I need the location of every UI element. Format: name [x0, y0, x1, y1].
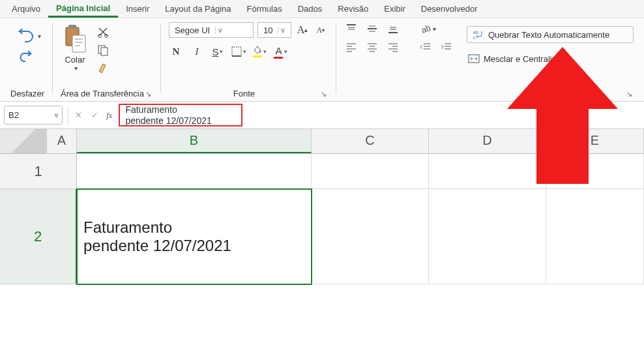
- align-top-button[interactable]: [344, 22, 359, 35]
- redo-button[interactable]: [18, 50, 37, 64]
- fx-button[interactable]: fx: [106, 110, 112, 121]
- tab-formulas[interactable]: Fórmulas: [239, 1, 290, 16]
- underline-button[interactable]: S▾: [211, 44, 225, 59]
- group-wrap-merge: abc Quebrar Texto Automaticamente Mescla…: [460, 20, 640, 100]
- wrap-text-icon: abc: [473, 29, 484, 40]
- select-all-corner[interactable]: [0, 129, 47, 153]
- col-header-E[interactable]: E: [546, 129, 644, 153]
- cut-button[interactable]: [96, 25, 110, 39]
- format-painter-button[interactable]: [96, 61, 110, 76]
- cell-D2[interactable]: [429, 189, 546, 284]
- font-launcher[interactable]: ↘: [319, 90, 328, 98]
- chevron-down-icon: v: [55, 112, 58, 119]
- cell-E2[interactable]: [546, 189, 644, 284]
- font-name-value: Segoe UI: [169, 24, 215, 37]
- undo-button[interactable]: ▾: [13, 27, 42, 44]
- col-header-D[interactable]: D: [429, 129, 546, 153]
- increase-indent-button[interactable]: [439, 40, 454, 53]
- group-label-font: Fonte: [169, 89, 319, 98]
- chevron-down-icon: ▾: [569, 55, 572, 63]
- menu-bar: Arquivo Página Inicial Inserir Layout da…: [0, 0, 644, 18]
- borders-button[interactable]: ▾: [231, 44, 246, 59]
- fill-color-button[interactable]: ▾: [253, 44, 267, 59]
- group-clipboard: Colar ▾ Área de Transferência↘: [54, 20, 159, 100]
- group-label-clipboard: Área de Transferência: [61, 89, 144, 98]
- font-size-value: 10: [258, 24, 278, 37]
- group-label-undo: Desfazer: [10, 89, 44, 98]
- svg-rect-10: [232, 47, 241, 56]
- svg-rect-9: [101, 48, 108, 55]
- chevron-down-icon: ▾: [38, 33, 41, 40]
- cell-E1[interactable]: [546, 154, 644, 189]
- col-header-A[interactable]: A: [47, 129, 77, 153]
- cancel-formula-button[interactable]: ✕: [74, 109, 83, 121]
- cell-B2[interactable]: Faturamento pendente 12/07/2021: [77, 189, 312, 284]
- tab-arquivo[interactable]: Arquivo: [4, 1, 48, 16]
- paste-label: Colar: [65, 55, 85, 65]
- svg-rect-1: [68, 25, 76, 29]
- tab-exibir[interactable]: Exibir: [376, 1, 413, 16]
- svg-text:ab: ab: [473, 30, 478, 35]
- group-undo: ▾ Desfazer: [4, 20, 51, 100]
- svg-text:ab: ab: [420, 23, 432, 34]
- column-headers: A B C D E: [0, 129, 644, 154]
- copy-button[interactable]: [96, 43, 110, 57]
- tab-layout[interactable]: Layout da Página: [157, 1, 239, 16]
- name-box[interactable]: B2 v: [4, 106, 63, 125]
- cell-C2[interactable]: [312, 189, 429, 284]
- alignment-launcher[interactable]: ↘: [625, 90, 634, 98]
- svg-rect-42: [469, 55, 479, 63]
- cell-B2-line2: pendente 12/07/2021: [83, 237, 231, 255]
- cell-B2-line1: Faturamento: [83, 218, 231, 237]
- align-right-button[interactable]: [386, 40, 400, 53]
- increase-font-button[interactable]: A▴: [295, 23, 310, 37]
- paste-dropdown[interactable]: ▾: [74, 65, 78, 72]
- bold-button[interactable]: N: [169, 44, 183, 59]
- align-middle-button[interactable]: [365, 22, 379, 35]
- orientation-button[interactable]: ab▾: [418, 22, 437, 35]
- tab-pagina-inicial[interactable]: Página Inicial: [48, 1, 118, 18]
- wrap-text-label: Quebrar Texto Automaticamente: [488, 30, 609, 40]
- merge-center-button[interactable]: Mesclar e Centralizar ▾: [467, 52, 634, 65]
- row-header-1[interactable]: 1: [0, 154, 77, 189]
- align-left-button[interactable]: [344, 40, 359, 53]
- font-name-combo[interactable]: Segoe UI v: [169, 22, 254, 38]
- align-bottom-button[interactable]: [386, 22, 400, 35]
- ribbon: ▾ Desfazer: [0, 18, 644, 102]
- cell-D1[interactable]: [429, 154, 546, 189]
- decrease-indent-button[interactable]: [418, 40, 433, 53]
- paste-button[interactable]: [61, 22, 89, 55]
- group-font: Segoe UI v 10 v A▴ A▾ N I S▾ ▾: [162, 20, 334, 100]
- spreadsheet: A B C D E 1 2 Faturamento pendente 12/07…: [0, 129, 644, 284]
- font-size-combo[interactable]: 10 v: [257, 22, 291, 38]
- accept-formula-button[interactable]: ✓: [90, 109, 100, 121]
- formula-line2: pendente 12/07/2021: [125, 115, 236, 127]
- cell-B1[interactable]: [77, 154, 312, 189]
- tab-desenvolvedor[interactable]: Desenvolvedor: [413, 1, 486, 16]
- chevron-down-icon: v: [215, 27, 224, 34]
- tab-revisao[interactable]: Revisão: [330, 1, 376, 16]
- align-center-button[interactable]: [365, 40, 379, 53]
- svg-rect-2: [72, 35, 85, 52]
- cell-C1[interactable]: [312, 154, 429, 189]
- font-color-button[interactable]: A ▾: [274, 44, 288, 59]
- col-header-C[interactable]: C: [312, 129, 429, 153]
- merge-icon: [468, 53, 480, 64]
- formula-line1: Faturamento: [125, 104, 236, 115]
- group-alignment: ab▾ x: [338, 20, 460, 100]
- italic-button[interactable]: I: [190, 44, 204, 59]
- chevron-down-icon: v: [278, 27, 287, 34]
- clipboard-launcher[interactable]: ↘: [144, 90, 153, 98]
- tab-dados[interactable]: Dados: [290, 1, 330, 16]
- col-header-B[interactable]: B: [77, 129, 312, 153]
- group-label-alignment: Alinhamento: [467, 89, 625, 98]
- name-box-value: B2: [8, 110, 19, 120]
- decrease-font-button[interactable]: A▾: [314, 23, 328, 37]
- wrap-text-button[interactable]: abc Quebrar Texto Automaticamente: [467, 26, 634, 43]
- merge-center-label: Mesclar e Centralizar: [484, 54, 564, 64]
- formula-bar: B2 v ✕ ✓ fx Faturamento pendente 12/07/2…: [0, 102, 644, 129]
- svg-text:c: c: [473, 35, 476, 40]
- formula-input[interactable]: Faturamento pendente 12/07/2021: [119, 104, 242, 127]
- row-header-2[interactable]: 2: [0, 189, 77, 284]
- tab-inserir[interactable]: Inserir: [118, 1, 157, 16]
